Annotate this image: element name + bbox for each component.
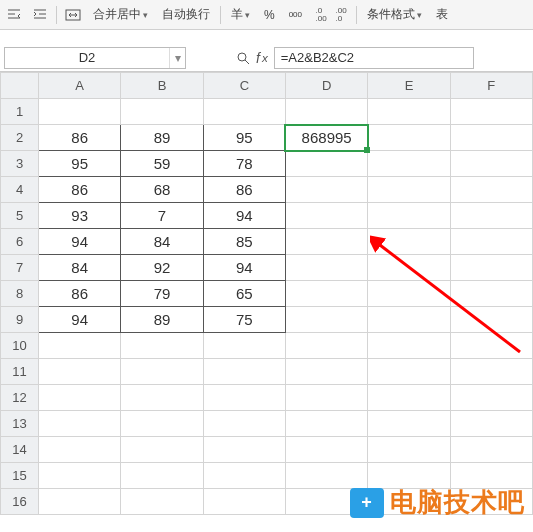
cell[interactable]: [121, 333, 203, 359]
cell[interactable]: 78: [203, 151, 285, 177]
cell[interactable]: [285, 411, 367, 437]
cell[interactable]: [285, 99, 367, 125]
cell[interactable]: 93: [39, 203, 121, 229]
cell[interactable]: [203, 359, 285, 385]
row-header-5[interactable]: 5: [1, 203, 39, 229]
cell[interactable]: [203, 437, 285, 463]
cell[interactable]: [368, 437, 450, 463]
cell[interactable]: [368, 333, 450, 359]
cell[interactable]: [121, 411, 203, 437]
cell[interactable]: [450, 177, 532, 203]
cell[interactable]: [450, 359, 532, 385]
cell[interactable]: 95: [203, 125, 285, 151]
cell[interactable]: [450, 437, 532, 463]
cell[interactable]: [450, 281, 532, 307]
cell[interactable]: [368, 151, 450, 177]
indent-decrease-icon[interactable]: [4, 5, 24, 25]
cell[interactable]: [368, 307, 450, 333]
cell[interactable]: [450, 99, 532, 125]
cell[interactable]: [285, 203, 367, 229]
col-header-C[interactable]: C: [203, 73, 285, 99]
cell[interactable]: [285, 229, 367, 255]
cell[interactable]: [285, 437, 367, 463]
row-header-4[interactable]: 4: [1, 177, 39, 203]
search-icon[interactable]: [236, 51, 250, 65]
cell[interactable]: 7: [121, 203, 203, 229]
cell[interactable]: [368, 229, 450, 255]
cell[interactable]: [203, 463, 285, 489]
cell[interactable]: [368, 255, 450, 281]
chevron-down-icon[interactable]: ▾: [169, 48, 185, 68]
row-header-2[interactable]: 2: [1, 125, 39, 151]
col-header-B[interactable]: B: [121, 73, 203, 99]
cell[interactable]: [285, 333, 367, 359]
row-header-8[interactable]: 8: [1, 281, 39, 307]
cell[interactable]: 89: [121, 125, 203, 151]
cell[interactable]: 94: [203, 255, 285, 281]
indent-increase-icon[interactable]: [30, 5, 50, 25]
cell[interactable]: [203, 333, 285, 359]
cell[interactable]: [285, 255, 367, 281]
cell[interactable]: 79: [121, 281, 203, 307]
row-header-10[interactable]: 10: [1, 333, 39, 359]
cell[interactable]: [285, 177, 367, 203]
cell[interactable]: 94: [203, 203, 285, 229]
wrap-text-button[interactable]: 自动换行: [158, 6, 214, 23]
cell[interactable]: [121, 359, 203, 385]
cell[interactable]: [450, 385, 532, 411]
row-header-15[interactable]: 15: [1, 463, 39, 489]
cell[interactable]: [450, 151, 532, 177]
cell[interactable]: 92: [121, 255, 203, 281]
cell[interactable]: [121, 99, 203, 125]
cell[interactable]: [368, 99, 450, 125]
cell[interactable]: [39, 437, 121, 463]
cell[interactable]: [368, 177, 450, 203]
cell[interactable]: [368, 359, 450, 385]
comma-style-button[interactable]: 000: [285, 10, 306, 19]
cell[interactable]: [121, 489, 203, 515]
cell[interactable]: [450, 203, 532, 229]
row-header-6[interactable]: 6: [1, 229, 39, 255]
cell[interactable]: 94: [39, 229, 121, 255]
cell[interactable]: 68: [121, 177, 203, 203]
row-header-11[interactable]: 11: [1, 359, 39, 385]
cell[interactable]: 86: [203, 177, 285, 203]
col-header-A[interactable]: A: [39, 73, 121, 99]
row-header-9[interactable]: 9: [1, 307, 39, 333]
cell[interactable]: [450, 307, 532, 333]
cell[interactable]: [368, 203, 450, 229]
formula-input[interactable]: =A2&B2&C2: [274, 47, 474, 69]
cell[interactable]: [450, 333, 532, 359]
cell[interactable]: 86: [39, 281, 121, 307]
increase-decimal-button[interactable]: .0.00: [312, 6, 330, 24]
cell[interactable]: [203, 99, 285, 125]
cell[interactable]: [39, 99, 121, 125]
cell[interactable]: 84: [121, 229, 203, 255]
cell[interactable]: [39, 411, 121, 437]
row-header-14[interactable]: 14: [1, 437, 39, 463]
cell-selected[interactable]: 868995: [285, 125, 367, 151]
cell[interactable]: 84: [39, 255, 121, 281]
row-header-7[interactable]: 7: [1, 255, 39, 281]
decrease-decimal-button[interactable]: .00.0: [332, 6, 350, 24]
table-format-button[interactable]: 表: [432, 6, 452, 23]
cell[interactable]: 85: [203, 229, 285, 255]
cell[interactable]: [368, 411, 450, 437]
cell[interactable]: [203, 411, 285, 437]
cell[interactable]: [121, 385, 203, 411]
cell[interactable]: 94: [39, 307, 121, 333]
name-box[interactable]: D2 ▾: [4, 47, 186, 69]
cell[interactable]: 86: [39, 177, 121, 203]
cell[interactable]: [450, 125, 532, 151]
merge-center-button[interactable]: 合并居中 ▾: [89, 6, 152, 23]
col-header-D[interactable]: D: [285, 73, 367, 99]
cell[interactable]: [368, 125, 450, 151]
row-header-1[interactable]: 1: [1, 99, 39, 125]
cell[interactable]: [285, 307, 367, 333]
currency-button[interactable]: 羊 ▾: [227, 6, 254, 23]
cell[interactable]: [450, 255, 532, 281]
cell[interactable]: [285, 359, 367, 385]
col-header-E[interactable]: E: [368, 73, 450, 99]
cell[interactable]: [368, 385, 450, 411]
cell[interactable]: [450, 229, 532, 255]
